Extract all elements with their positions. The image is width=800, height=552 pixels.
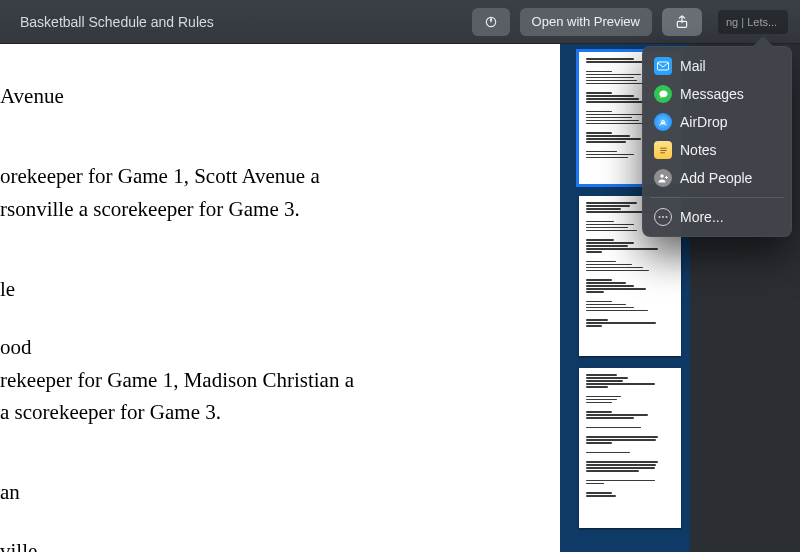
share-mail-label: Mail <box>680 58 706 74</box>
background-tab-label: ng | Lets... <box>726 16 777 28</box>
airdrop-icon <box>654 113 672 131</box>
doc-text: ville <box>0 537 560 552</box>
doc-text: rsonville a scorekeeper for Game 3. <box>0 195 560 223</box>
markup-icon <box>483 14 499 30</box>
menu-separator <box>650 197 784 198</box>
more-icon <box>654 208 672 226</box>
open-with-preview-button[interactable]: Open with Preview <box>520 8 652 36</box>
page-thumbnail-3[interactable] <box>579 368 681 528</box>
share-menu: Mail Messages AirDrop Notes Add People M… <box>642 46 792 237</box>
share-mail[interactable]: Mail <box>642 52 792 80</box>
share-airdrop-label: AirDrop <box>680 114 727 130</box>
document-viewport[interactable]: Avenue orekeeper for Game 1, Scott Avenu… <box>0 44 570 552</box>
svg-rect-2 <box>658 62 669 70</box>
svg-point-10 <box>666 216 668 218</box>
doc-text: le <box>0 275 560 303</box>
share-more[interactable]: More... <box>642 203 792 231</box>
notes-icon <box>654 141 672 159</box>
share-messages[interactable]: Messages <box>642 80 792 108</box>
window-titlebar: Basketball Schedule and Rules Open with … <box>0 0 800 44</box>
doc-text: Avenue <box>0 82 560 110</box>
toolbar: Open with Preview ng | Lets... <box>472 0 788 44</box>
markup-button[interactable] <box>472 8 510 36</box>
doc-text: rekeeper for Game 1, Madison Christian a <box>0 366 560 394</box>
svg-point-7 <box>660 174 664 178</box>
mail-icon <box>654 57 672 75</box>
share-icon <box>674 14 690 30</box>
doc-text: orekeeper for Game 1, Scott Avenue a <box>0 162 560 190</box>
share-notes-label: Notes <box>680 142 717 158</box>
svg-point-8 <box>659 216 661 218</box>
svg-point-9 <box>662 216 664 218</box>
open-with-preview-label: Open with Preview <box>532 14 640 29</box>
share-messages-label: Messages <box>680 86 744 102</box>
add-people-icon <box>654 169 672 187</box>
share-button[interactable] <box>662 8 702 36</box>
share-add-people-label: Add People <box>680 170 752 186</box>
share-airdrop[interactable]: AirDrop <box>642 108 792 136</box>
document-page: Avenue orekeeper for Game 1, Scott Avenu… <box>0 44 560 552</box>
share-notes[interactable]: Notes <box>642 136 792 164</box>
doc-text: a scorekeeper for Game 3. <box>0 398 560 426</box>
share-add-people[interactable]: Add People <box>642 164 792 192</box>
background-window-area: ng | Lets... <box>712 0 788 44</box>
doc-text: an <box>0 478 560 506</box>
doc-text: ood <box>0 333 560 361</box>
window-title: Basketball Schedule and Rules <box>20 14 214 30</box>
share-more-label: More... <box>680 209 724 225</box>
background-tab: ng | Lets... <box>718 10 788 34</box>
messages-icon <box>654 85 672 103</box>
